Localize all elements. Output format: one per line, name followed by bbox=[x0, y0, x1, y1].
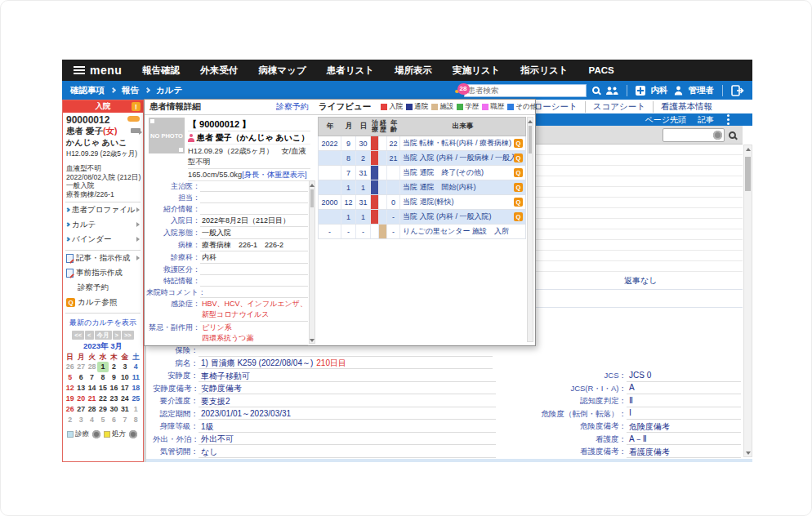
calendar-day[interactable]: 8 bbox=[131, 415, 141, 425]
calendar-day[interactable]: 7 bbox=[87, 372, 97, 383]
zoom-q-icon[interactable]: Q bbox=[514, 168, 523, 177]
sidebar-item-reserve-exam[interactable]: 診察予約 bbox=[63, 280, 143, 295]
calendar-day[interactable]: 13 bbox=[75, 383, 86, 394]
calendar-day[interactable]: 6 bbox=[109, 415, 119, 425]
patient-search-input[interactable] bbox=[464, 84, 587, 97]
calendar-day[interactable]: 4 bbox=[131, 362, 141, 372]
calendar-day[interactable]: 30 bbox=[109, 404, 119, 415]
calendar-day[interactable]: 2 bbox=[65, 415, 75, 425]
exam-toggle-icon[interactable] bbox=[92, 430, 100, 438]
menu-item-ward-map[interactable]: 病棟マップ bbox=[258, 64, 306, 77]
search-icon[interactable] bbox=[592, 87, 600, 94]
calendar-day[interactable]: 31 bbox=[119, 404, 130, 415]
calendar-day[interactable]: 24 bbox=[119, 394, 130, 404]
notification-count-badge[interactable]: 28 bbox=[457, 83, 470, 95]
zoom-q-icon[interactable]: Q bbox=[514, 153, 523, 162]
body-history-link[interactable]: [身長・体重歴表示] bbox=[242, 171, 307, 179]
menu-item-report-confirm[interactable]: 報告確認 bbox=[142, 64, 180, 77]
sidebar-item-patient-profile[interactable]: 患者プロファイル bbox=[63, 202, 143, 217]
calendar-day[interactable]: 11 bbox=[131, 372, 141, 383]
scroll-down-icon[interactable] bbox=[310, 339, 315, 342]
calendar-day[interactable]: 25 bbox=[131, 394, 141, 404]
user-label[interactable]: 管理者 bbox=[689, 85, 715, 96]
scroll-up-icon[interactable] bbox=[528, 120, 533, 123]
search-options-icon[interactable] bbox=[713, 131, 722, 140]
scroll-up-icon[interactable] bbox=[746, 148, 751, 151]
calendar-day[interactable]: 26 bbox=[65, 362, 75, 372]
prescription-toggle-icon[interactable] bbox=[129, 430, 137, 438]
breadcrumb-report[interactable]: 報告 bbox=[122, 85, 139, 96]
menu-button[interactable]: menu bbox=[74, 64, 122, 77]
menu-item-order-list[interactable]: 指示リスト bbox=[520, 64, 568, 77]
calendar-day[interactable]: 12 bbox=[65, 383, 75, 394]
calendar-day[interactable]: 22 bbox=[97, 394, 108, 404]
calendar-day[interactable]: 28 bbox=[87, 404, 97, 415]
panel-scrollbar[interactable] bbox=[309, 180, 315, 344]
sidebar-item-karte[interactable]: カルテ bbox=[63, 217, 143, 232]
more-options-icon[interactable] bbox=[727, 118, 729, 121]
scroll-up-icon[interactable] bbox=[310, 184, 315, 187]
calendar-day-today[interactable]: 1 bbox=[97, 362, 108, 372]
calendar-prev-year-button[interactable]: << bbox=[72, 331, 84, 340]
calendar-day[interactable]: 21 bbox=[87, 394, 97, 404]
department-label[interactable]: 内科 bbox=[651, 85, 668, 96]
scroll-down-icon[interactable] bbox=[746, 452, 751, 455]
table-scrollbar[interactable] bbox=[527, 117, 533, 342]
calendar-day[interactable]: 4 bbox=[87, 415, 97, 425]
menu-item-execution-list[interactable]: 実施リスト bbox=[453, 64, 500, 77]
sidebar-item-create-article[interactable]: 記事・指示作成 bbox=[63, 251, 143, 265]
calendar-day[interactable]: 5 bbox=[97, 415, 108, 425]
calendar-day[interactable]: 14 bbox=[87, 383, 97, 394]
calendar-day[interactable]: 26 bbox=[65, 404, 75, 415]
breadcrumb-karte[interactable]: カルテ bbox=[156, 85, 182, 96]
calendar-day[interactable]: 8 bbox=[97, 372, 108, 383]
menu-item-patient-list[interactable]: 患者リスト bbox=[327, 64, 374, 77]
calendar-prev-month-button[interactable]: < bbox=[85, 331, 93, 340]
calendar-day[interactable]: 19 bbox=[65, 394, 75, 404]
people-icon[interactable] bbox=[605, 86, 618, 96]
tab-nursing-basic-info[interactable]: 看護基本情報 bbox=[653, 101, 720, 113]
menu-item-outpatient[interactable]: 外来受付 bbox=[200, 64, 238, 77]
vertical-scrollbar[interactable] bbox=[743, 145, 752, 457]
calendar-day[interactable]: 5 bbox=[65, 372, 75, 383]
alert-badge[interactable]: ! bbox=[132, 102, 141, 111]
latest-chart-link[interactable]: 最新のカルテを表示 bbox=[63, 318, 143, 328]
scrollbar-thumb[interactable] bbox=[310, 189, 314, 207]
calendar-day[interactable]: 1 bbox=[131, 404, 141, 415]
calendar-day[interactable]: 16 bbox=[109, 383, 119, 394]
zoom-q-icon[interactable]: Q bbox=[514, 212, 523, 221]
tab-scoresheet[interactable]: スコアシート bbox=[585, 101, 653, 113]
calendar-day[interactable]: 20 bbox=[75, 394, 86, 404]
calendar-day[interactable]: 27 bbox=[75, 362, 86, 372]
calendar-day[interactable]: 7 bbox=[119, 415, 130, 425]
calendar-day[interactable]: 27 bbox=[75, 404, 86, 415]
page-top-link[interactable]: ページ先頭 bbox=[645, 114, 686, 126]
menu-item-pacs[interactable]: PACS bbox=[589, 65, 614, 75]
sidebar-item-advance-order[interactable]: 事前指示作成 bbox=[63, 265, 143, 280]
scrollbar-thumb[interactable] bbox=[745, 157, 751, 191]
zoom-q-icon[interactable]: Q bbox=[514, 139, 523, 148]
record-search-input[interactable] bbox=[663, 128, 725, 142]
zoom-q-icon[interactable]: Q bbox=[514, 183, 523, 192]
calendar-day[interactable]: 3 bbox=[119, 362, 130, 372]
logout-icon[interactable] bbox=[731, 85, 744, 96]
calendar-day[interactable]: 18 bbox=[131, 383, 141, 394]
calendar-this-month-button[interactable]: 今月 bbox=[95, 331, 112, 340]
sidebar-item-binder[interactable]: バインダー bbox=[63, 232, 143, 247]
scrollbar-thumb[interactable] bbox=[529, 126, 532, 153]
sidebar-item-karte-reference[interactable]: Q カルテ参照 bbox=[63, 295, 143, 309]
menu-item-location[interactable]: 場所表示 bbox=[395, 64, 432, 77]
calendar-day[interactable]: 29 bbox=[97, 404, 108, 415]
calendar-day[interactable]: 15 bbox=[97, 383, 108, 394]
breadcrumb-confirm-items[interactable]: 確認事項 bbox=[70, 85, 105, 96]
search-icon[interactable] bbox=[729, 131, 736, 139]
calendar-day[interactable]: 2 bbox=[109, 362, 119, 372]
calendar-next-year-button[interactable]: >> bbox=[122, 331, 134, 340]
article-link[interactable]: 記事 bbox=[698, 114, 714, 126]
calendar-day[interactable]: 9 bbox=[109, 372, 119, 383]
calendar-day[interactable]: 17 bbox=[119, 383, 130, 394]
calendar-next-month-button[interactable]: > bbox=[113, 331, 121, 340]
calendar-day[interactable]: 28 bbox=[87, 362, 97, 372]
reserve-exam-link[interactable]: 診察予約 bbox=[276, 101, 309, 113]
zoom-q-icon[interactable]: Q bbox=[514, 198, 523, 207]
